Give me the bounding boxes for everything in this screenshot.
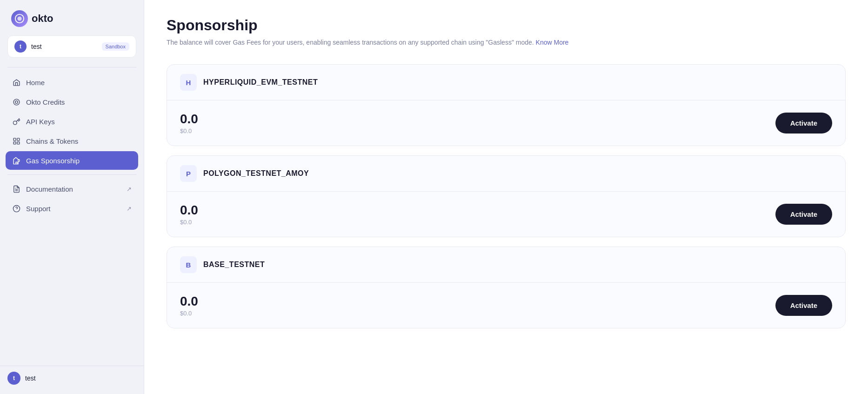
chain-name-base: BASE_TESTNET — [203, 260, 265, 269]
chain-body-polygon: 0.0 $0.0 Activate — [167, 192, 845, 237]
chain-card-base: B BASE_TESTNET 0.0 $0.0 Activate — [167, 247, 846, 328]
balance-usd-polygon: $0.0 — [180, 219, 198, 226]
balance-usd-hyperliquid: $0.0 — [180, 127, 198, 134]
user-badge[interactable]: t test Sandbox — [7, 35, 136, 58]
balance-usd-base: $0.0 — [180, 310, 198, 317]
chain-name-hyperliquid: HYPERLIQUID_EVM_TESTNET — [203, 78, 318, 87]
sidebar-item-api-keys[interactable]: API Keys — [6, 112, 138, 131]
sidebar-item-gas-label: Gas Sponsorship — [26, 157, 80, 165]
chain-card-hyperliquid: H HYPERLIQUID_EVM_TESTNET 0.0 $0.0 Activ… — [167, 64, 846, 146]
nav-list: Home Okto Credits API Keys — [0, 69, 144, 366]
docs-external-icon: ↗ — [127, 186, 132, 193]
main-content: Sponsorship The balance will cover Gas F… — [144, 0, 868, 394]
avatar: t — [14, 40, 27, 53]
logo: okto — [0, 0, 144, 35]
chain-balance-hyperliquid: 0.0 $0.0 — [180, 112, 198, 134]
sidebar-item-gas-sponsorship[interactable]: Gas Sponsorship — [6, 151, 138, 170]
chains-icon — [12, 137, 20, 145]
support-external-icon: ↗ — [127, 205, 132, 212]
activate-button-hyperliquid[interactable]: Activate — [775, 113, 832, 134]
balance-amount-hyperliquid: 0.0 — [180, 112, 198, 127]
sidebar-item-documentation[interactable]: Documentation ↗ — [6, 180, 138, 198]
chain-balance-base: 0.0 $0.0 — [180, 294, 198, 317]
activate-button-polygon[interactable]: Activate — [775, 204, 832, 225]
sandbox-badge: Sandbox — [102, 42, 129, 51]
chain-avatar-base: B — [180, 256, 197, 273]
sidebar-item-support[interactable]: Support ↗ — [6, 199, 138, 218]
sidebar-item-home-label: Home — [26, 79, 45, 87]
chain-cards-container: H HYPERLIQUID_EVM_TESTNET 0.0 $0.0 Activ… — [167, 64, 846, 328]
chain-header-base: B BASE_TESTNET — [167, 247, 845, 283]
support-icon — [12, 204, 20, 213]
activate-button-base[interactable]: Activate — [775, 295, 832, 316]
svg-rect-5 — [17, 138, 19, 140]
api-keys-icon — [12, 117, 20, 126]
sidebar-item-chains-tokens[interactable]: Chains & Tokens — [6, 132, 138, 150]
docs-icon — [12, 185, 20, 193]
credits-icon — [12, 98, 20, 106]
chain-header-hyperliquid: H HYPERLIQUID_EVM_TESTNET — [167, 65, 845, 100]
nav-divider — [7, 174, 136, 175]
chain-body-base: 0.0 $0.0 Activate — [167, 283, 845, 328]
svg-rect-7 — [17, 141, 19, 144]
know-more-link[interactable]: Know More — [536, 39, 569, 46]
bottom-avatar: t — [7, 372, 20, 385]
chain-body-hyperliquid: 0.0 $0.0 Activate — [167, 100, 845, 146]
sidebar-item-credits-label: Okto Credits — [26, 98, 65, 106]
logo-icon — [11, 10, 28, 27]
chain-card-polygon: P POLYGON_TESTNET_AMOY 0.0 $0.0 Activate — [167, 155, 846, 237]
chain-avatar-polygon: P — [180, 165, 197, 182]
logo-text: okto — [32, 13, 53, 25]
sidebar-item-okto-credits[interactable]: Okto Credits — [6, 93, 138, 111]
sidebar-item-chains-label: Chains & Tokens — [26, 137, 78, 145]
bottom-name: test — [25, 374, 36, 382]
username: test — [31, 43, 97, 50]
sidebar-item-home[interactable]: Home — [6, 73, 138, 92]
balance-amount-polygon: 0.0 — [180, 203, 198, 218]
svg-point-3 — [15, 100, 18, 103]
svg-point-2 — [13, 99, 20, 105]
chain-name-polygon: POLYGON_TESTNET_AMOY — [203, 169, 309, 178]
svg-rect-6 — [13, 141, 16, 144]
chain-header-polygon: P POLYGON_TESTNET_AMOY — [167, 156, 845, 192]
svg-point-1 — [17, 16, 21, 20]
sidebar-item-docs-label: Documentation — [26, 185, 73, 193]
sidebar-divider — [7, 67, 136, 67]
gas-icon — [12, 156, 20, 165]
page-title: Sponsorship — [167, 17, 846, 34]
sidebar-item-api-keys-label: API Keys — [26, 118, 55, 126]
sidebar-item-support-label: Support — [26, 205, 51, 213]
home-icon — [12, 78, 20, 87]
balance-amount-base: 0.0 — [180, 294, 198, 309]
page-subtitle: The balance will cover Gas Fees for your… — [167, 38, 846, 47]
chain-balance-polygon: 0.0 $0.0 — [180, 203, 198, 226]
sidebar: okto t test Sandbox Home Okto Credi — [0, 0, 144, 394]
chain-avatar-hyperliquid: H — [180, 74, 197, 91]
svg-rect-4 — [13, 138, 16, 140]
sidebar-bottom: t test — [0, 366, 144, 394]
